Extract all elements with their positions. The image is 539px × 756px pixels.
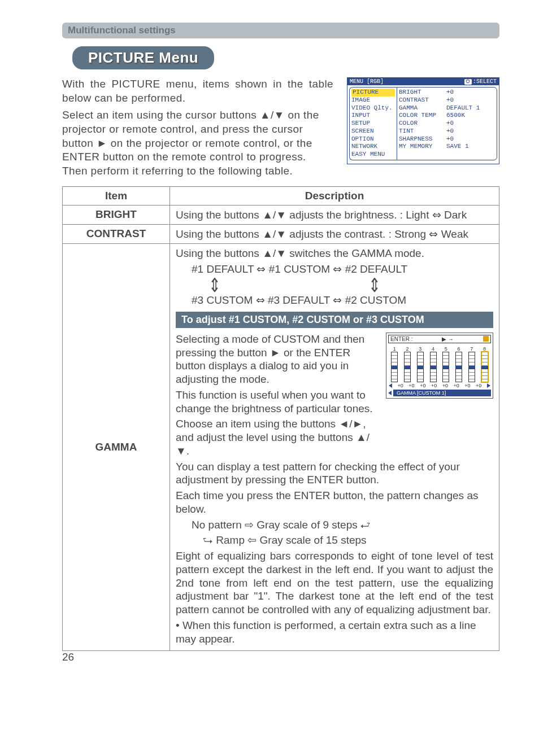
gamma-select-text: Selecting a mode of CUSTOM and then pres… [176, 333, 380, 386]
gamma-testpattern-text: You can display a test pattern for check… [176, 460, 493, 487]
row-name-bright: BRIGHT [63, 205, 170, 224]
intro-paragraph-2: Select an item using the cursor buttons … [62, 108, 333, 178]
intro-paragraph-1: With the PICTURE menu, items shown in th… [62, 77, 333, 105]
section-header: Multifunctional settings [62, 23, 499, 38]
table-row: BRIGHT Using the buttons ▲/▼ adjusts the… [63, 205, 499, 224]
gamma-when-text: • When this function is performed, a cer… [176, 619, 493, 646]
eq-arrow-right-icon: ▶ → [442, 336, 454, 342]
osd-header-right: ⯐:SELECT [464, 78, 497, 85]
gamma-chain-1: #1 DEFAULT ⇔ #1 CUSTOM ⇔ #2 DEFAULT [176, 263, 493, 276]
table-row: CONTRAST Using the buttons ▲/▼ adjusts t… [63, 224, 499, 243]
osd-right-column: BRIGHT CONTRAST GAMMA COLOR TEMP COLOR T… [397, 87, 497, 160]
eq-tag-label: GAMMA [CUSTOM 1] [393, 390, 491, 396]
gamma-useful-text: This function is useful when you want to… [176, 388, 380, 416]
gamma-sub-header: To adjust #1 CUSTOM, #2 CUSTOM or #3 CUS… [176, 312, 493, 328]
col-header-desc: Description [170, 186, 499, 205]
col-header-item: Item [63, 186, 170, 205]
eq-left-arrow-icon [389, 383, 392, 388]
osd-header-left: MENU [RGB] [350, 78, 384, 85]
gamma-seq-line-2: ⮑ Ramp ⇦ Gray scale of 15 steps [176, 534, 493, 547]
row-desc-contrast: Using the buttons ▲/▼ adjusts the contra… [170, 224, 499, 243]
gamma-chain-2: #3 CUSTOM ⇔ #3 DEFAULT ⇔ #2 CUSTOM [176, 294, 493, 307]
eq-highlight-icon [483, 336, 489, 342]
equalizer-graphic: ENTER : ▶ → 1 2 3 4 5 6 7 8 [386, 333, 493, 399]
page-number: 26 [62, 651, 74, 663]
eq-enter-label: ENTER : [390, 336, 412, 342]
row-name-gamma: GAMMA [63, 243, 170, 651]
osd-preview: MENU [RGB] ⯐:SELECT PICTURE IMAGE VIDEO … [347, 77, 499, 164]
gamma-switch-mode: Using the buttons ▲/▼ switches the GAMMA… [176, 247, 493, 260]
table-row: GAMMA Using the buttons ▲/▼ switches the… [63, 243, 499, 651]
row-name-contrast: CONTRAST [63, 224, 170, 243]
gamma-each-text: Each time you press the ENTER button, th… [176, 489, 493, 516]
row-desc-bright: Using the buttons ▲/▼ adjusts the bright… [170, 205, 499, 224]
spec-table: Item Description BRIGHT Using the button… [62, 186, 499, 652]
eq-tag-left-arrow-icon [388, 391, 392, 395]
gamma-seq-line-1: No pattern ⇨ Gray scale of 9 steps ⮐ [176, 518, 493, 532]
row-desc-gamma: Using the buttons ▲/▼ switches the GAMMA… [170, 243, 499, 651]
gamma-updown-arrows: ⇕ ⇕ [176, 278, 493, 291]
menu-title-pill: PICTURE Menu [72, 46, 214, 69]
eq-right-arrow-icon [487, 383, 490, 388]
gamma-choose-text: Choose an item using the buttons ◄/►, an… [176, 417, 380, 457]
osd-left-column: PICTURE IMAGE VIDEO Qlty. INPUT SETUP SC… [349, 87, 397, 160]
gamma-eight-text: Eight of equalizing bars corresponds to … [176, 549, 493, 617]
